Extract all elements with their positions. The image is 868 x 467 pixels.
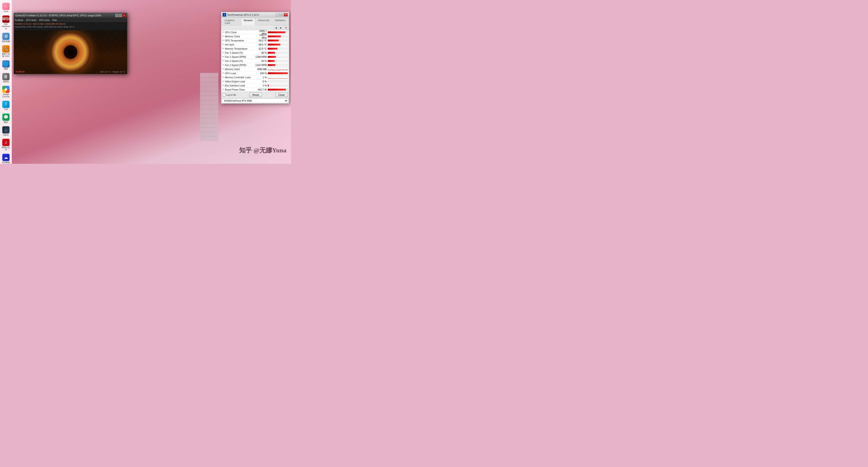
sensor-expand-1[interactable]: ▼ bbox=[222, 35, 224, 37]
taskbar-icon-msi-afterburner[interactable]: MSI MSI Afterburner bbox=[1, 14, 11, 31]
sensor-bar-14 bbox=[268, 89, 286, 90]
sensor-row-12[interactable]: ▼ Video Engine Load 0 % bbox=[221, 79, 289, 84]
gpuz-gpu-selector: NVIDIA GeForce RTX 4090 bbox=[221, 98, 289, 104]
sensor-expand-9[interactable]: ▼ bbox=[222, 68, 224, 70]
sensor-row-3[interactable]: ▼ Hot Spot 68.6 °C bbox=[221, 42, 289, 47]
sensor-label-5: Fan 1 Speed (%) bbox=[225, 51, 243, 54]
taskbar-icon-baidu[interactable]: ☁ 百度网盘 bbox=[1, 153, 11, 164]
taskbar-icon-yuna[interactable]: ♀ Yuna bbox=[1, 2, 11, 13]
sensor-value-11: 1 % bbox=[254, 76, 268, 79]
tab-graphics-card[interactable]: Graphics Card bbox=[222, 18, 241, 25]
gpuz-titlebar: Z TechPowerUp GPU-Z 2.52.0 ─ ◫ ✕ bbox=[221, 12, 289, 18]
sensor-expand-2[interactable]: ▼ bbox=[222, 39, 224, 41]
sensor-value-3: 68.6 °C bbox=[254, 43, 268, 46]
furmark-close-button[interactable]: ✕ bbox=[123, 14, 126, 17]
my-computer-label: 我的电脑 bbox=[2, 40, 10, 43]
gpuz-toolbar-btn-2[interactable]: ▶ bbox=[279, 26, 283, 30]
chrome-label: Google Chrome bbox=[1, 93, 10, 98]
gpuz-toolbar-btn-1[interactable]: ◀ bbox=[274, 26, 278, 30]
sensor-row-5[interactable]: ▼ Fan 1 Speed (%) 36 % bbox=[221, 51, 289, 55]
sensor-row-6[interactable]: ▼ Fan 1 Speed (RPM) 1188 RPM bbox=[221, 55, 289, 59]
sensor-value-7: 34 % bbox=[254, 60, 268, 62]
sensor-bar-7 bbox=[268, 60, 275, 62]
sensor-bar-5 bbox=[268, 52, 275, 54]
taskbar-icon-netease[interactable]: ♬ 网易云音乐 bbox=[1, 138, 11, 152]
furmark-info-line1: FurMark v1.31.0.0 - Burn-in test, 1920x1… bbox=[15, 23, 126, 26]
sensor-expand-12[interactable]: ▼ bbox=[222, 80, 224, 82]
sensor-bar-container-14 bbox=[268, 88, 288, 91]
sensor-name-11: ▼ Memory Controller Load bbox=[222, 76, 254, 79]
sensor-expand-5[interactable]: ▼ bbox=[222, 52, 224, 54]
sensor-value-1: 1312.7 MHz bbox=[254, 34, 268, 39]
sensor-row-14[interactable]: ▼ Board Power Draw 442.7 W bbox=[221, 88, 289, 92]
furmark-menu-help[interactable]: Help bbox=[52, 19, 57, 21]
taskbar-icon-my-computer[interactable]: 🖥 我的电脑 bbox=[1, 32, 11, 44]
sensor-label-0: GPU Clock bbox=[225, 31, 237, 34]
gpuz-restore-button[interactable]: ◫ bbox=[280, 13, 283, 17]
sensor-bar-2 bbox=[268, 39, 279, 41]
sensor-expand-6[interactable]: ▼ bbox=[222, 56, 224, 58]
sensor-expand-14[interactable]: ▼ bbox=[222, 88, 224, 90]
sensor-row-1[interactable]: ▼ Memory Clock 1312.7 MHz bbox=[221, 34, 289, 38]
tab-validation[interactable]: Validation bbox=[272, 18, 288, 25]
taskbar-icon-recycle[interactable]: 🗑 回收站 bbox=[1, 72, 11, 84]
sensor-row-13[interactable]: ▼ Bus Interface Load 1 % bbox=[221, 84, 289, 88]
sensor-value-5: 36 % bbox=[254, 51, 268, 54]
furmark-maximize-button[interactable]: □ bbox=[119, 14, 122, 17]
taskbar-icon-steam[interactable]: ♨ Steam bbox=[1, 125, 11, 137]
sensor-row-2[interactable]: ▼ GPU Temperature 59.5 °C bbox=[221, 38, 289, 42]
tab-sensors[interactable]: Sensors bbox=[241, 18, 255, 25]
gpuz-logo-icon: Z bbox=[223, 13, 226, 17]
sensor-row-4[interactable]: ▼ Memory Temperature 52.0 °C bbox=[221, 47, 289, 51]
tim-label: TIM bbox=[4, 109, 8, 111]
gpuz-gpu-dropdown[interactable]: NVIDIA GeForce RTX 4090 bbox=[222, 98, 288, 103]
gpuz-toolbar-btn-3[interactable]: ⊞ bbox=[284, 26, 288, 30]
sensor-row-7[interactable]: ▼ Fan 2 Speed (%) 34 % bbox=[221, 59, 289, 63]
sensor-expand-7[interactable]: ▼ bbox=[222, 60, 224, 62]
taskbar-icon-tim[interactable]: T TIM bbox=[1, 100, 11, 112]
sensor-label-11: Memory Controller Load bbox=[225, 76, 251, 79]
furmark-minimize-button[interactable]: ─ bbox=[115, 14, 119, 17]
netease-icon: ♬ bbox=[2, 139, 9, 146]
sensor-expand-8[interactable]: ▼ bbox=[222, 64, 224, 66]
gpuz-close-button[interactable]: ✕ bbox=[284, 13, 287, 17]
sensor-value-10: 100 % bbox=[254, 72, 268, 75]
sensor-expand-3[interactable]: ▼ bbox=[222, 43, 224, 46]
sensor-expand-0[interactable]: ▼ bbox=[222, 31, 224, 33]
sensor-row-9[interactable]: ▼ Memory Used 3080 MB bbox=[221, 67, 289, 71]
sensor-name-14: ▼ Board Power Draw bbox=[222, 88, 254, 91]
sensor-label-2: GPU Temperature bbox=[225, 39, 244, 42]
sensor-expand-11[interactable]: ▼ bbox=[222, 76, 224, 78]
recycle-icon: 🗑 bbox=[2, 73, 9, 80]
sensor-expand-13[interactable]: ▼ bbox=[222, 84, 224, 86]
sensor-label-14: Board Power Draw bbox=[225, 88, 245, 91]
furmark-title: Geeks3D FurMark v1.31.0.0 - 675FPS, GPU1… bbox=[15, 14, 115, 17]
sensor-expand-4[interactable]: ▼ bbox=[222, 48, 224, 50]
sensor-row-11[interactable]: ▼ Memory Controller Load 1 % bbox=[221, 75, 289, 79]
gpuz-close-button-footer[interactable]: Close bbox=[275, 93, 287, 97]
sensor-row-8[interactable]: ▼ Fan 2 Speed (RPM) 1142 RPM bbox=[221, 63, 289, 67]
sensor-bar-container-5 bbox=[268, 52, 288, 54]
furmark-menu-gputests[interactable]: GPU tests bbox=[26, 19, 36, 21]
tab-advanced[interactable]: Advanced bbox=[256, 18, 272, 25]
furmark-menu-gputools[interactable]: GPU tools bbox=[39, 19, 50, 21]
gpuz-title-left: Z TechPowerUp GPU-Z 2.52.0 bbox=[223, 13, 259, 17]
sensor-expand-10[interactable]: ▼ bbox=[222, 72, 224, 74]
log-to-file-checkbox[interactable] bbox=[223, 93, 225, 96]
sensor-row-10[interactable]: ▼ GPU Load 100 % bbox=[221, 71, 289, 75]
sensor-bar-container-12 bbox=[268, 80, 288, 83]
wechat-label: 微信 bbox=[4, 121, 8, 123]
tim-icon: T bbox=[2, 101, 9, 108]
sensor-bar-container-8 bbox=[268, 64, 288, 66]
sensor-name-1: ▼ Memory Clock bbox=[222, 35, 254, 38]
gpuz-minimize-button[interactable]: ─ bbox=[276, 13, 279, 17]
sensor-name-2: ▼ GPU Temperature bbox=[222, 39, 254, 42]
gpuz-reset-button[interactable]: Reset bbox=[249, 93, 262, 97]
sensor-value-8: 1142 RPM bbox=[254, 64, 268, 66]
taskbar-icon-chrome[interactable]: Google Chrome bbox=[1, 85, 11, 99]
taskbar-icon-wechat[interactable]: 💬 微信 bbox=[1, 113, 11, 124]
furmark-menu-furmark[interactable]: FurMark bbox=[15, 19, 23, 21]
msi-afterburner-icon: MSI bbox=[2, 16, 9, 23]
taskbar-icon-network[interactable]: 🌐 网络 bbox=[1, 59, 11, 71]
taskbar-icon-toolbox[interactable]: 🔧 修复工具箱 2022 bbox=[1, 45, 11, 58]
